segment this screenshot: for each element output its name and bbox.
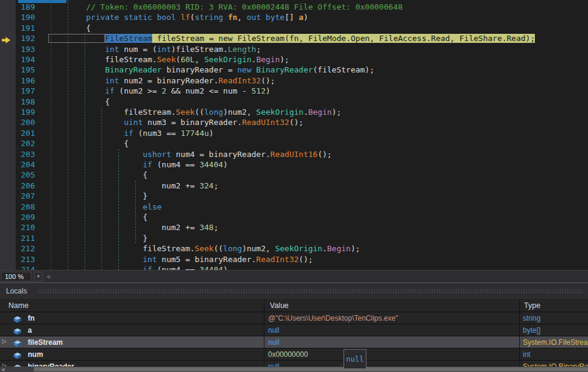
code-line-200[interactable]: 200uint num3 = binaryReader.ReadUInt32()… <box>0 117 588 127</box>
code-text: if (num4 == 34404) <box>143 265 228 270</box>
code-text: num2 += 324; <box>162 181 219 191</box>
code-text: { <box>124 138 129 149</box>
code-token: { <box>86 24 91 33</box>
code-line-189[interactable]: 189// Token: 0x06000003 RID: 3 RVA: 0x00… <box>0 2 588 12</box>
variable-value[interactable]: 0x00000000 <box>268 350 517 359</box>
code-token: [] <box>284 13 298 22</box>
line-number[interactable]: 209 <box>17 212 35 222</box>
line-number[interactable]: 213 <box>17 254 35 265</box>
scroll-left-arrow-icon[interactable]: ◀ <box>1 367 4 372</box>
code-token: SeekOrigin <box>204 55 251 64</box>
line-number[interactable]: 200 <box>17 117 35 127</box>
code-line-207[interactable]: 207} <box>0 191 588 201</box>
code-line-204[interactable]: 204if (num4 == 34404) <box>0 159 588 170</box>
code-editor[interactable]: 189// Token: 0x06000003 RID: 3 RVA: 0x00… <box>0 0 588 270</box>
variable-value[interactable]: @"C:\Users\User\Desktop\TenClips.exe" <box>268 314 517 322</box>
line-number[interactable]: 201 <box>17 128 35 138</box>
line-number[interactable]: 203 <box>17 149 35 159</box>
code-line-197[interactable]: 197if (num2 >= 2 && num2 <= num - 512) <box>0 86 588 96</box>
code-line-211[interactable]: 211} <box>0 233 588 243</box>
code-token: if <box>105 86 115 95</box>
code-line-202[interactable]: 202{ <box>0 138 588 149</box>
line-number[interactable]: 210 <box>17 222 35 232</box>
column-header-value[interactable]: Value <box>270 301 289 310</box>
zoom-dropdown-button[interactable]: ▾ <box>34 272 43 281</box>
code-token: (num4 == <box>152 265 199 270</box>
locals-row-num[interactable]: num0x00000000int <box>0 348 588 361</box>
line-number[interactable]: 189 <box>17 2 35 12</box>
line-number[interactable]: 191 <box>17 23 35 33</box>
code-token: (); <box>299 255 313 264</box>
code-text: int num2 = binaryReader.ReadInt32(); <box>105 75 275 86</box>
code-text: { <box>143 212 148 222</box>
code-token: private <box>86 13 120 22</box>
line-number[interactable]: 190 <box>17 12 35 22</box>
expander-icon[interactable]: ▷ <box>2 338 7 344</box>
column-header-name[interactable]: Name <box>8 301 28 310</box>
line-number[interactable]: 196 <box>17 75 35 86</box>
line-number[interactable]: 205 <box>17 170 35 180</box>
code-line-198[interactable]: 198{ <box>0 97 588 107</box>
code-line-192[interactable]: 192FileStream fileStream = new FileStrea… <box>0 33 588 43</box>
code-line-212[interactable]: 212fileStream.Seek((long)num2, SeekOrigi… <box>0 243 588 254</box>
code-token: num3 = binaryReader. <box>143 118 242 127</box>
code-line-213[interactable]: 213int num5 = binaryReader.ReadInt32(); <box>0 254 588 265</box>
code-line-196[interactable]: 196int num2 = binaryReader.ReadInt32(); <box>0 75 588 86</box>
code-token: if <box>124 129 133 138</box>
line-number[interactable]: 199 <box>17 107 35 117</box>
code-line-201[interactable]: 201if (num3 == 17744u) <box>0 128 588 138</box>
code-line-208[interactable]: 208else <box>0 202 588 212</box>
line-number[interactable]: 207 <box>17 191 35 201</box>
column-divider[interactable] <box>264 299 264 372</box>
code-token: ( <box>190 13 195 22</box>
line-number[interactable]: 195 <box>17 65 35 75</box>
code-line-191[interactable]: 191{ <box>0 23 588 33</box>
code-text: else <box>143 202 162 212</box>
line-number[interactable]: 192 <box>17 33 35 43</box>
code-line-209[interactable]: 209{ <box>0 212 588 222</box>
code-line-214[interactable]: 214if (num4 == 34404) <box>0 265 588 270</box>
line-number[interactable]: 214 <box>17 265 35 270</box>
code-line-195[interactable]: 195BinaryReader binaryReader = new Binar… <box>0 65 588 75</box>
code-token: new <box>237 65 251 74</box>
code-token: { <box>143 213 148 222</box>
code-token: static <box>124 13 152 22</box>
line-number[interactable]: 193 <box>17 44 35 54</box>
line-number[interactable]: 198 <box>17 97 35 107</box>
line-number[interactable]: 204 <box>17 159 35 170</box>
line-number[interactable]: 211 <box>17 233 35 243</box>
variable-type: System.IO.FileStream <box>523 338 588 347</box>
variable-value[interactable]: null <box>268 338 517 347</box>
line-number[interactable]: 202 <box>17 138 35 149</box>
hscroll-left-arrow-icon[interactable]: ◀ <box>46 274 50 280</box>
code-token: ) <box>304 13 308 22</box>
variable-value[interactable]: null <box>268 326 517 335</box>
code-line-199[interactable]: 199fileStream.Seek((long)num2, SeekOrigi… <box>0 107 588 117</box>
code-line-203[interactable]: 203ushort num4 = binaryReader.ReadUInt16… <box>0 149 588 159</box>
column-divider[interactable] <box>519 299 520 372</box>
line-number[interactable]: 208 <box>17 202 35 212</box>
line-number[interactable]: 197 <box>17 86 35 96</box>
zoom-level-combobox[interactable]: 100 % <box>1 272 31 281</box>
locals-title-bar[interactable]: Locals <box>0 283 588 299</box>
locals-row-a[interactable]: anullbyte[] <box>0 324 588 336</box>
line-number[interactable]: 194 <box>17 54 35 65</box>
code-line-194[interactable]: 194fileStream.Seek(60L, SeekOrigin.Begin… <box>0 54 588 65</box>
code-line-205[interactable]: 205{ <box>0 170 588 180</box>
code-text: if (num4 == 34404) <box>143 159 228 170</box>
code-line-210[interactable]: 210num2 += 348; <box>0 222 588 232</box>
locals-hscrollbar[interactable]: ◀ <box>0 367 588 372</box>
locals-row-fn[interactable]: fn@"C:\Users\User\Desktop\TenClips.exe"s… <box>0 312 588 324</box>
locals-row-fileStream[interactable]: ▷fileStreamnullSystem.IO.FileStream <box>0 336 588 348</box>
variable-name: num <box>28 350 43 359</box>
code-token: ) <box>223 160 228 169</box>
code-line-206[interactable]: 206num2 += 324; <box>0 181 588 191</box>
code-line-190[interactable]: 190private static bool lf(string fn, out… <box>0 12 588 22</box>
code-token: { <box>124 139 129 148</box>
line-number[interactable]: 206 <box>17 181 35 191</box>
code-token: } <box>143 234 148 243</box>
scrollbar-thumb[interactable] <box>34 367 588 371</box>
line-number[interactable]: 212 <box>17 243 35 254</box>
code-line-193[interactable]: 193int num = (int)fileStream.Length; <box>0 44 588 54</box>
column-header-type[interactable]: Type <box>524 301 540 310</box>
